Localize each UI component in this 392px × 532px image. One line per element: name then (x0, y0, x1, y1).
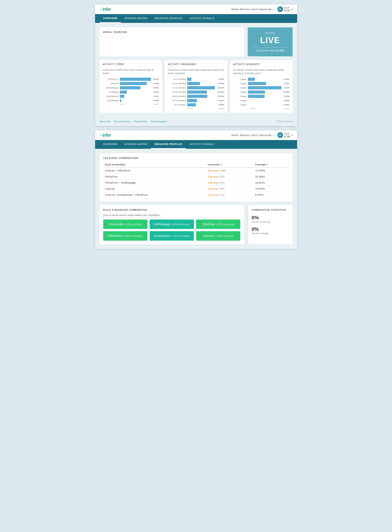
bar-row: 3 types 7.40% (233, 86, 289, 89)
table-row: FillOutForm 2.9x avg 8.82% 29.386% (103, 174, 289, 180)
build-title: BUILD A BEHAVIOR COMBINATION (103, 209, 241, 211)
tab-behavior-profiles-2[interactable]: BEHAVIOR PROFILES (151, 140, 186, 149)
bar-value: 1.32% (153, 95, 159, 97)
bar-label: Unsubscribe (103, 99, 118, 102)
activity-types-desc: Conversion of leads which have a particu… (103, 68, 159, 75)
user-company-2: ACME (284, 135, 291, 138)
bar-label: 12-24 activities (168, 82, 186, 85)
bar-track (120, 86, 151, 89)
chevron-down-icon-1: ▾ (273, 8, 274, 10)
bar-label: 2 types (233, 82, 247, 85)
user-badge-2[interactable]: SA Scott ACME ▾ (277, 132, 293, 138)
tab-overview-2[interactable]: OVERVIEW (100, 140, 121, 149)
top-event-combinations-card: TOP EVENT COMBINATIONS Event Combination… (100, 153, 293, 202)
bar-value: 10.92% (217, 95, 224, 97)
event-coverage: 11.543% (253, 167, 289, 174)
bar-value: 7.66% (153, 82, 159, 85)
bar-fill (187, 78, 191, 81)
bar-track (120, 99, 151, 102)
tab-behavior-profiles-1[interactable]: BEHAVIOR PROFILES (151, 14, 186, 23)
model-selector-1[interactable]: Model: Behavior Lead to Opportunity ▾ (231, 8, 274, 10)
bar-fill (187, 95, 207, 98)
footer-link-privacy[interactable]: Privacy Policy (134, 120, 147, 123)
model-selector-2[interactable]: Model: Behavior Lead to Opportunity ▾ (231, 134, 274, 137)
col-coverage[interactable]: Coverage (253, 162, 289, 167)
bar-value: 8.82% (153, 78, 159, 80)
model-overview-card: MODEL OVERVIEW (100, 27, 244, 56)
footer-link-contact[interactable]: Contact Support (151, 120, 167, 123)
bar-track (187, 90, 215, 94)
bar-label: ClickLink (103, 82, 118, 85)
top-event-title: TOP EVENT COMBINATIONS (103, 157, 289, 159)
tab-activity-signals-1[interactable]: ACTIVITY SIGNALS (186, 14, 218, 23)
activity-button[interactable]: ClickEmail +2.02% conversion (196, 220, 240, 229)
activity-diversity-title: ACTIVITY DIVERSITY (233, 63, 289, 66)
activity-frequency-desc: Conversion of leads which have a particu… (168, 68, 224, 75)
bar-value: 6.59% (218, 82, 224, 85)
bar-fill (187, 90, 207, 94)
user-name-2: Scott (284, 132, 291, 135)
event-name: ClickLink (103, 186, 206, 192)
bar-fill (187, 103, 196, 106)
bar-track (248, 95, 281, 98)
activity-button[interactable]: ClickLink +7.66% conversion (196, 231, 240, 241)
event-name: ClickLink + FillOutForm (103, 167, 206, 174)
event-table: Event Combination Conversion Coverage Cl… (103, 162, 289, 198)
bar-fill (248, 86, 281, 89)
bar-row: Unsubscribe 0.40% (103, 99, 159, 102)
activity-btn-conv: +1.32% conversion (171, 235, 190, 237)
bar-value: 7.40% (284, 87, 289, 89)
bar-value: 4.03% (284, 82, 289, 85)
model-overview-title: MODEL OVERVIEW (103, 31, 241, 33)
user-chevron-icon: ▾ (291, 8, 293, 10)
activity-button[interactable]: EmailOpened +1.32% conversion (150, 231, 194, 241)
stat-conversion-value: 0% (252, 215, 289, 221)
logo-check-icon-2: ✓ (100, 133, 102, 137)
bar-row: FillOutForm 8.82% (103, 78, 159, 81)
table-row: ClickLink + FillOutForm 4.0x avg 11.99% … (103, 167, 289, 174)
screen-1: ✓ infer Model: Behavior Lead to Opportun… (95, 5, 297, 126)
bar-fill (120, 99, 121, 102)
avatar-2: SA (277, 132, 283, 138)
event-coverage: 19.012% (253, 180, 289, 186)
footer-link-terms[interactable]: Terms of Service (113, 120, 130, 123)
event-conversion: 2.8x avg 8.41% (206, 180, 253, 186)
bar-fill (248, 90, 265, 94)
status-card: STATUS LIVE Last Updated: Mar 18, 2016 (248, 27, 293, 56)
activity-diversity-chart: 1 types 1.55% 2 types 4.03% 3 types 7.40… (233, 78, 289, 106)
event-conversion: 2.5x avg 7.66% (206, 186, 253, 192)
bar-row: 5 types 3.66% (233, 95, 289, 98)
tab-overview-1[interactable]: OVERVIEW (100, 14, 121, 23)
bar-track (248, 78, 281, 81)
table-row: ClickLink + EmailOpened + FillOutForm 2.… (103, 192, 289, 198)
activity-btn-conv: +7.66% conversion (215, 235, 233, 237)
bar-track (187, 78, 216, 81)
activity-button[interactable]: Unsubscribe +0.4% conversion (103, 220, 147, 229)
bar-label: 60-72 activities (168, 99, 186, 102)
build-desc: Click an activity below to begin buildin… (103, 214, 241, 217)
event-name: FillOutForm + VisitWebpage (103, 180, 206, 186)
bar-row: 72+ activities 4.55% (168, 103, 224, 106)
bar-fill (120, 90, 127, 94)
col-conversion[interactable]: Conversion (206, 162, 253, 167)
status-label: STATUS (252, 32, 288, 34)
bar-track (187, 99, 216, 102)
activity-types-title: ACTIVITY TYPES (103, 63, 159, 66)
activity-button[interactable]: FillOutForm +8.82% conversion (103, 231, 147, 241)
activity-diversity-axis: 0.00% 7.40% (233, 108, 289, 109)
tab-scoring-matrix-1[interactable]: SCORING MATRIX (121, 14, 151, 23)
tab-scoring-matrix-2[interactable]: SCORING MATRIX (121, 140, 151, 149)
bar-row: 1 types 1.55% (233, 78, 289, 81)
activity-btn-name: VisitWebpage (154, 223, 170, 226)
bar-value: 5.85% (153, 87, 159, 89)
activity-btn-name: FillOutForm (108, 234, 122, 237)
bar-label: ClickEmail (103, 91, 118, 93)
bar-value: 15.01% (217, 87, 224, 89)
activity-button[interactable]: VisitWebpage +5.85% conversion (150, 220, 194, 229)
user-badge-1[interactable]: SA Scott ACME ▾ (277, 6, 293, 12)
footer-link-about[interactable]: About Infer (100, 120, 111, 123)
tab-activity-signals-2[interactable]: ACTIVITY SIGNALS (186, 140, 218, 149)
activity-frequency-chart: 0-12 activities 2.20% 12-24 activities 6… (168, 78, 224, 106)
stat-conversion-label: percent conversion (252, 221, 289, 223)
bar-label: 3 types (233, 87, 247, 89)
